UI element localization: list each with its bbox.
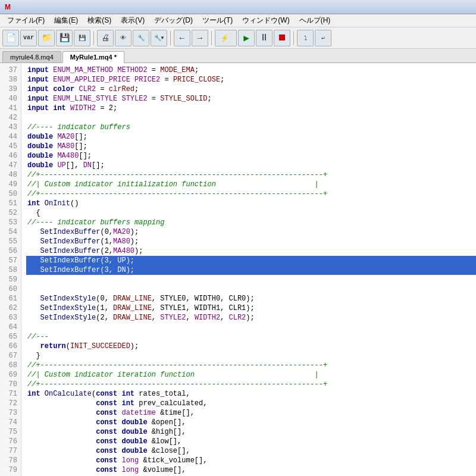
tabs-bar: myrule4.8.mq4 MyRule1.mq4 *: [0, 49, 476, 63]
code-line-52[interactable]: {: [26, 208, 476, 218]
code-line-45[interactable]: double MA80[];: [26, 142, 476, 151]
code-line-57[interactable]: SetIndexBuffer(3, UP);: [26, 256, 476, 265]
code-line-64[interactable]: [26, 322, 476, 332]
code-line-72[interactable]: const int prev_calculated,: [26, 399, 476, 408]
code-line-76[interactable]: const double &low[],: [26, 437, 476, 446]
compile-button[interactable]: ⚡: [215, 30, 237, 46]
code-line-49[interactable]: //| Custom indicator initialization func…: [26, 180, 476, 189]
new-button[interactable]: 📄: [2, 30, 19, 46]
code-line-43[interactable]: //---- indicator buffers: [26, 123, 476, 132]
code-line-79[interactable]: const long &volume[],: [26, 465, 476, 475]
code-line-47[interactable]: double UP[], DN[];: [26, 161, 476, 170]
menu-item-debug[interactable]: デバッグ(D): [149, 14, 198, 27]
pause-button[interactable]: ⏸: [256, 30, 273, 46]
code-line-65[interactable]: //---: [26, 332, 476, 342]
menu-item-window[interactable]: ウィンドウ(W): [237, 14, 294, 27]
back-button[interactable]: ←: [174, 30, 190, 46]
code-line-77[interactable]: const double &close[],: [26, 446, 476, 456]
code-line-78[interactable]: const long &tick_volume[],: [26, 456, 476, 465]
tab-myrule1[interactable]: MyRule1.mq4 *: [62, 51, 124, 63]
code-line-48[interactable]: //+-------------------------------------…: [26, 170, 476, 180]
code-line-67[interactable]: }: [26, 351, 476, 361]
sep4: [293, 31, 294, 45]
save2-button[interactable]: 💾: [74, 30, 90, 46]
code-line-37[interactable]: input ENUM_MA_METHOD METHOD2 = MODE_EMA;: [26, 65, 476, 75]
code-line-61[interactable]: SetIndexStyle(0, DRAW_LINE, STYLE0, WIDT…: [26, 294, 476, 303]
sep3: [211, 31, 212, 45]
step-button[interactable]: ⤵: [297, 30, 314, 46]
sep1: [93, 31, 94, 45]
code-editor: 3738394041424344454647484950515253545556…: [0, 63, 476, 476]
code-line-69[interactable]: //| Custom indicator iteration function …: [26, 370, 476, 380]
code-line-66[interactable]: return(INIT_SUCCEEDED);: [26, 342, 476, 351]
titlebar: M: [0, 0, 476, 14]
code-line-51[interactable]: int OnInit(): [26, 199, 476, 208]
code-line-50[interactable]: //+-------------------------------------…: [26, 189, 476, 199]
code-line-42[interactable]: [26, 113, 476, 123]
menubar: ファイル(F)編集(E)検索(S)表示(V)デバッグ(D)ツール(T)ウィンドウ…: [0, 14, 476, 27]
save-button[interactable]: 💾: [56, 30, 73, 46]
preview-button[interactable]: 👁: [115, 30, 131, 46]
tab-myrule48[interactable]: myrule4.8.mq4: [2, 51, 61, 62]
step2-button[interactable]: ↩: [315, 30, 331, 46]
code-line-54[interactable]: SetIndexBuffer(0,MA20);: [26, 227, 476, 237]
code-line-62[interactable]: SetIndexStyle(1, DRAW_LINE, STYLE1, WIDT…: [26, 303, 476, 313]
option2-button[interactable]: 🔧▼: [151, 30, 167, 46]
menu-item-edit[interactable]: 編集(E): [49, 14, 83, 27]
run-button[interactable]: ▶: [238, 30, 255, 46]
code-line-70[interactable]: //+-------------------------------------…: [26, 380, 476, 389]
code-line-46[interactable]: double MA480[];: [26, 151, 476, 161]
code-line-55[interactable]: SetIndexBuffer(1,MA80);: [26, 237, 476, 246]
code-line-59[interactable]: [26, 275, 476, 284]
code-line-75[interactable]: const double &high[],: [26, 427, 476, 437]
code-line-74[interactable]: const double &open[],: [26, 418, 476, 427]
menu-item-tools[interactable]: ツール(T): [198, 14, 237, 27]
code-line-60[interactable]: [26, 284, 476, 294]
code-line-44[interactable]: double MA20[];: [26, 132, 476, 142]
code-line-63[interactable]: SetIndexStyle(2, DRAW_LINE, STYLE2, WIDT…: [26, 313, 476, 322]
code-line-53[interactable]: //---- indicator buffers mapping: [26, 218, 476, 227]
var-button[interactable]: var: [20, 30, 37, 46]
code-line-73[interactable]: const datetime &time[],: [26, 408, 476, 418]
open-button[interactable]: 📁: [38, 30, 55, 46]
forward-button[interactable]: →: [192, 30, 208, 46]
menu-item-file[interactable]: ファイル(F): [2, 14, 49, 27]
code-line-38[interactable]: input ENUM_APPLIED_PRICE PRICE2 = PRICE_…: [26, 75, 476, 84]
menu-item-search[interactable]: 検索(S): [83, 14, 116, 27]
line-numbers: 3738394041424344454647484950515253545556…: [0, 63, 21, 476]
code-content[interactable]: input ENUM_MA_METHOD METHOD2 = MODE_EMA;…: [21, 63, 476, 476]
code-line-40[interactable]: input ENUM_LINE_STYLE STYLE2 = STYLE_SOL…: [26, 94, 476, 104]
code-line-39[interactable]: input color CLR2 = clrRed;: [26, 84, 476, 94]
code-line-68[interactable]: //+-------------------------------------…: [26, 361, 476, 370]
menu-item-help[interactable]: ヘルプ(H): [295, 14, 336, 27]
menu-item-view[interactable]: 表示(V): [116, 14, 149, 27]
code-line-41[interactable]: input int WIDTH2 = 2;: [26, 104, 476, 113]
toolbar: 📄 var 📁 💾 💾 🖨 👁 🔧 🔧▼ ← → ⚡ ▶ ⏸ ⏹ ⤵ ↩: [0, 27, 476, 49]
code-line-56[interactable]: SetIndexBuffer(2,MA480);: [26, 246, 476, 256]
app-icon: M: [5, 3, 11, 11]
print-button[interactable]: 🖨: [97, 30, 114, 46]
option1-button[interactable]: 🔧: [133, 30, 149, 46]
sep2: [170, 31, 171, 45]
code-line-71[interactable]: int OnCalculate(const int rates_total,: [26, 389, 476, 399]
stop-button[interactable]: ⏹: [274, 30, 290, 46]
code-line-58[interactable]: SetIndexBuffer(3, DN);: [26, 265, 476, 275]
